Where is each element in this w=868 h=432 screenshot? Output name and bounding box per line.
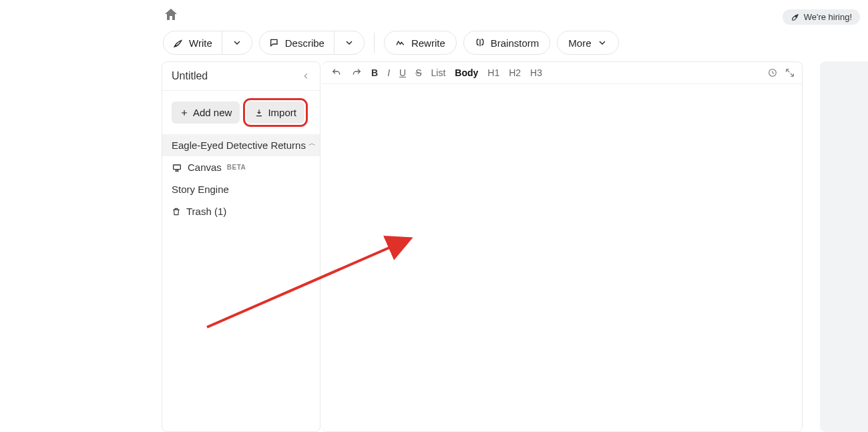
sidebar-item-canvas[interactable]: Canvas BETA xyxy=(162,156,320,178)
canvas-icon xyxy=(172,162,182,173)
editor-toolbar: B I U S List Body H1 H2 H3 xyxy=(322,62,802,84)
describe-button[interactable]: Describe xyxy=(260,31,334,54)
h3-button[interactable]: H3 xyxy=(530,67,542,78)
write-button-group: Write xyxy=(163,31,252,55)
redo-button[interactable] xyxy=(351,67,362,78)
write-button[interactable]: Write xyxy=(164,31,222,54)
download-icon xyxy=(254,108,264,118)
add-new-button[interactable]: Add new xyxy=(172,101,240,124)
action-bar: Write Describe Rewrite xyxy=(163,31,619,55)
story-engine-label: Story Engine xyxy=(172,184,229,195)
describe-label: Describe xyxy=(285,37,324,49)
undo-button[interactable] xyxy=(331,67,342,78)
write-dropdown[interactable] xyxy=(222,31,252,54)
collapse-sidebar-icon[interactable] xyxy=(301,71,310,81)
import-button[interactable]: Import xyxy=(246,101,304,124)
rewrite-label: Rewrite xyxy=(411,37,445,49)
import-label: Import xyxy=(268,107,296,118)
editor-body[interactable] xyxy=(322,84,802,431)
brain-icon xyxy=(475,37,485,48)
rewrite-button[interactable]: Rewrite xyxy=(384,31,457,55)
project-row[interactable]: Eagle-Eyed Detective Returns ︿ xyxy=(162,134,320,156)
brainstorm-label: Brainstorm xyxy=(491,37,539,49)
hiring-pill[interactable]: We're hiring! xyxy=(783,9,860,25)
more-label: More xyxy=(568,37,591,49)
canvas-label: Canvas xyxy=(188,162,222,173)
svg-rect-1 xyxy=(174,165,181,170)
trash-icon xyxy=(172,207,181,216)
plus-icon xyxy=(180,108,189,118)
speech-icon xyxy=(269,37,280,48)
chevron-down-icon xyxy=(232,37,242,48)
trash-label: Trash (1) xyxy=(186,206,226,217)
sidebar-item-story-engine[interactable]: Story Engine xyxy=(162,178,320,200)
describe-dropdown[interactable] xyxy=(334,31,364,54)
rocket-icon xyxy=(791,13,800,22)
svg-point-0 xyxy=(795,15,797,17)
list-button[interactable]: List xyxy=(431,67,445,78)
add-new-label: Add new xyxy=(193,107,232,118)
beta-badge: BETA xyxy=(227,164,246,171)
editor-panel: B I U S List Body H1 H2 H3 xyxy=(322,61,803,432)
home-icon[interactable] xyxy=(163,7,179,23)
italic-button[interactable]: I xyxy=(387,67,390,78)
bold-button[interactable]: B xyxy=(371,67,378,78)
sidebar-header: Untitled xyxy=(162,62,320,91)
right-rail xyxy=(820,61,868,432)
expand-icon[interactable] xyxy=(785,67,795,78)
project-name: Eagle-Eyed Detective Returns xyxy=(172,140,306,151)
describe-button-group: Describe xyxy=(259,31,365,55)
rewrite-icon xyxy=(395,37,406,48)
hiring-label: We're hiring! xyxy=(804,12,852,22)
h2-button[interactable]: H2 xyxy=(509,67,521,78)
more-button[interactable]: More xyxy=(557,31,618,55)
sidebar-title: Untitled xyxy=(172,70,208,82)
history-icon[interactable] xyxy=(767,67,778,78)
chevron-down-icon xyxy=(344,37,355,48)
sidebar: Untitled Add new Import Eagle-Eyed Detec… xyxy=(162,61,320,432)
separator xyxy=(374,33,375,53)
chevron-down-icon xyxy=(597,37,608,48)
body-button[interactable]: Body xyxy=(455,67,478,78)
underline-button[interactable]: U xyxy=(399,67,406,78)
h1-button[interactable]: H1 xyxy=(487,67,499,78)
write-label: Write xyxy=(189,37,212,49)
sidebar-actions: Add new Import xyxy=(162,91,320,134)
sidebar-item-trash[interactable]: Trash (1) xyxy=(162,200,320,222)
brainstorm-button[interactable]: Brainstorm xyxy=(463,31,551,55)
quill-icon xyxy=(173,37,184,48)
chevron-up-icon: ︿ xyxy=(308,138,316,148)
strike-button[interactable]: S xyxy=(415,67,421,78)
